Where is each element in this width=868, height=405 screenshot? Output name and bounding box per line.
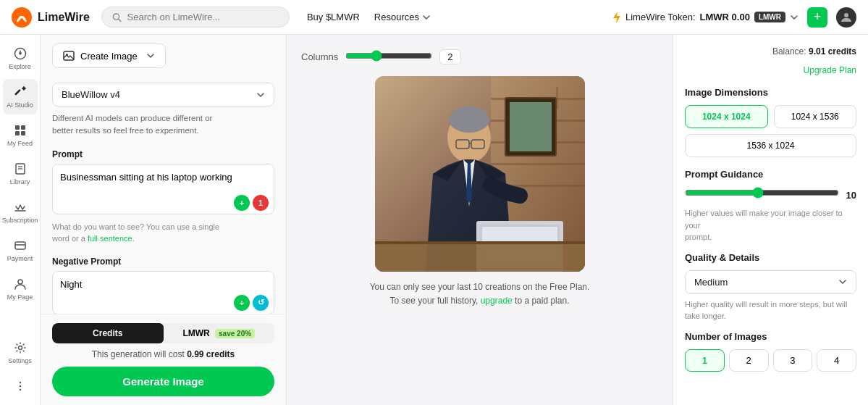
prompt-add-icon[interactable]: + (234, 195, 250, 211)
search-bar[interactable] (101, 7, 290, 28)
svg-rect-47 (375, 243, 585, 272)
buy-lmwr-link[interactable]: Buy $LMWR (307, 12, 360, 22)
right-panel: Balance: 9.01 credits Upgrade Plan Image… (673, 35, 868, 405)
svg-point-39 (449, 107, 489, 133)
token-label: LimeWire Token: (625, 12, 696, 22)
svg-rect-12 (15, 131, 20, 135)
avatar[interactable] (836, 7, 856, 28)
prompt-actions: + 1 (234, 195, 269, 211)
chevron-down-icon-4 (256, 91, 265, 99)
cost-text: This generation will cost 0.99 credits (52, 349, 274, 359)
guidance-value: 10 (846, 190, 856, 201)
resources-link[interactable]: Resources (374, 12, 431, 22)
svg-point-19 (18, 280, 22, 284)
search-input[interactable] (127, 12, 279, 22)
add-button[interactable]: + (807, 7, 827, 28)
app-header: LimeWire Buy $LMWR Resources LimeWire To… (0, 0, 868, 35)
left-panel: Create Image BlueWillow v4 Different AI … (41, 35, 287, 405)
create-image-label: Create Image (80, 51, 138, 62)
num-2[interactable]: 2 (729, 349, 769, 372)
dim-1536x1024[interactable]: 1536 x 1024 (685, 134, 856, 157)
guidance-slider[interactable] (685, 187, 839, 199)
sidebar-item-my-feed[interactable]: My Feed (3, 117, 38, 153)
bottom-notice: You can only see your last 10 creations … (370, 280, 590, 308)
sidebar-item-label: Payment (7, 255, 33, 262)
sidebar-item-ai-studio[interactable]: AI Studio (3, 79, 38, 114)
upgrade-plan-link[interactable]: Upgrade Plan (685, 65, 856, 75)
sidebar-item-settings[interactable]: Settings (3, 335, 38, 370)
quality-hint: Higher quality will result in more steps… (685, 298, 856, 322)
columns-bar: Columns 2 (301, 49, 658, 64)
header-right: LimeWire Token: LMWR 0.00 LMWR + (612, 7, 856, 28)
neg-prompt-wrap: Night + ↺ (52, 271, 274, 314)
save-badge: save 20% (215, 329, 255, 338)
person-icon (13, 277, 28, 291)
sidebar: Explore AI Studio My Feed Library (0, 35, 41, 405)
create-image-button[interactable]: Create Image (52, 43, 166, 68)
svg-rect-48 (375, 241, 585, 244)
credits-tab[interactable]: Credits (52, 323, 164, 343)
sidebar-item-library[interactable]: Library (3, 156, 38, 191)
left-panel-top: Create Image (41, 35, 286, 74)
dim-1024x1536[interactable]: 1024 x 1536 (774, 105, 857, 128)
sidebar-item-subscription[interactable]: Subscription (3, 194, 38, 230)
sidebar-item-more[interactable] (3, 373, 38, 399)
model-label: BlueWillow v4 (62, 89, 120, 100)
crown-icon (13, 200, 28, 214)
logo: LimeWire (12, 7, 90, 28)
sidebar-item-label: My Feed (7, 140, 33, 147)
num-3[interactable]: 3 (773, 349, 813, 372)
dim-1024x1024[interactable]: 1024 x 1024 (685, 105, 768, 128)
columns-slider[interactable] (345, 50, 432, 62)
chevron-down-icon-2[interactable] (790, 13, 799, 22)
prompt-helper: What do you want to see? You can use a s… (52, 221, 274, 245)
columns-slider-wrap (345, 50, 432, 64)
card-icon (13, 238, 28, 253)
sidebar-item-payment[interactable]: Payment (3, 233, 38, 268)
token-info: LimeWire Token: LMWR 0.00 LMWR (612, 12, 799, 23)
full-sentence-link[interactable]: full sentence (88, 234, 132, 243)
chevron-down-icon (422, 13, 431, 22)
sidebar-item-explore[interactable]: Explore (3, 41, 38, 76)
main-content: Explore AI Studio My Feed Library (0, 35, 868, 405)
chevron-down-icon-3 (146, 51, 155, 60)
svg-point-3 (844, 13, 848, 17)
logo-icon (12, 7, 32, 28)
balance-info: Balance: 9.01 credits (685, 46, 856, 57)
svg-rect-17 (15, 242, 25, 249)
guidance-row: 10 (685, 187, 856, 203)
num-4[interactable]: 4 (817, 349, 856, 372)
neg-prompt-add-icon[interactable]: + (234, 295, 250, 311)
num-images-title: Number of Images (685, 331, 856, 342)
svg-rect-6 (14, 89, 21, 96)
num-1[interactable]: 1 (685, 349, 725, 372)
payment-tabs: Credits LMWR save 20% (52, 323, 274, 343)
svg-line-2 (119, 19, 121, 21)
prompt-count-icon[interactable]: 1 (253, 195, 269, 211)
scroll-area: BlueWillow v4 Different AI models can pr… (41, 74, 286, 314)
token-value: LMWR 0.00 (700, 12, 750, 22)
sidebar-item-label: Library (10, 178, 30, 185)
book-icon (13, 162, 28, 176)
svg-rect-24 (64, 51, 74, 60)
num-images-row: 1 2 3 4 (685, 349, 856, 372)
wand-icon (13, 85, 28, 99)
more-icon (13, 379, 28, 393)
generate-image-button[interactable]: Generate Image (52, 367, 274, 396)
guidance-title: Prompt Guidance (685, 169, 856, 180)
chevron-down-icon-5 (838, 277, 847, 286)
upgrade-history-link[interactable]: upgrade (481, 296, 513, 306)
neg-prompt-section-label: Negative Prompt (52, 256, 274, 267)
payment-section: Credits LMWR save 20% This generation wi… (41, 314, 286, 405)
generated-image (375, 76, 585, 272)
model-select[interactable]: BlueWillow v4 (52, 83, 274, 107)
svg-point-22 (19, 382, 20, 383)
center-panel: Columns 2 (287, 35, 673, 405)
svg-point-21 (19, 385, 20, 387)
sidebar-item-my-page[interactable]: My Page (3, 271, 38, 306)
dimension-grid: 1024 x 1024 1024 x 1536 (685, 105, 856, 128)
sidebar-item-label: My Page (7, 293, 33, 301)
quality-select[interactable]: Medium (685, 270, 856, 294)
neg-prompt-refresh-icon[interactable]: ↺ (253, 295, 269, 311)
lmwr-tab[interactable]: LMWR save 20% (164, 323, 275, 343)
